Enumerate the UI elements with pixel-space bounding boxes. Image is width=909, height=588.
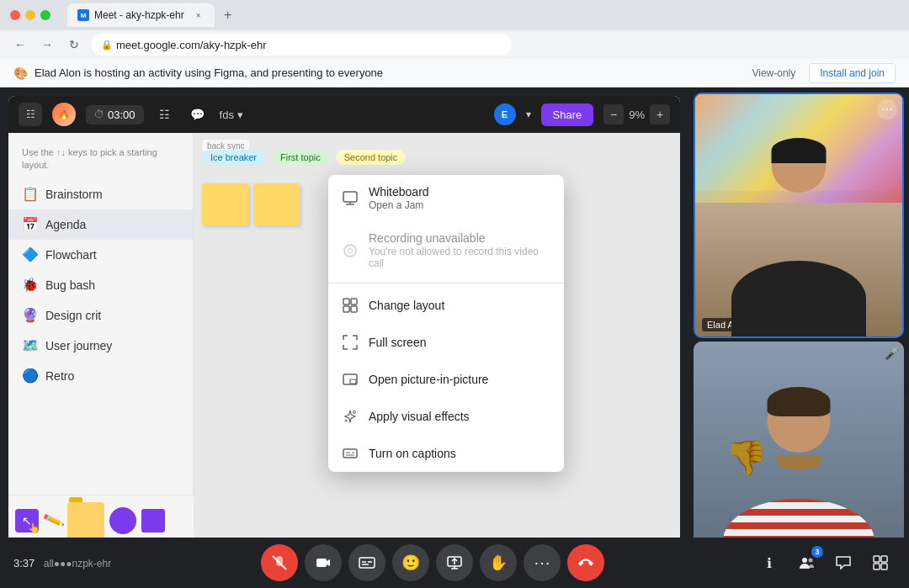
minimize-window-btn[interactable] — [25, 10, 35, 20]
retro-label: Retro — [45, 369, 74, 383]
zoom-in-button[interactable]: + — [650, 104, 670, 124]
dropdown-item-pip[interactable]: Open picture-in-picture — [328, 361, 564, 398]
dropdown-divider — [328, 283, 564, 283]
sidebar-item-agenda[interactable]: 📅 Agenda — [8, 209, 193, 240]
dropdown-item-captions[interactable]: Turn on captions — [328, 435, 564, 472]
video-sidebar: Elad Alon ··· 👎 Fra — [688, 87, 909, 588]
url-text: meet.google.com/aky-hzpk-ehr — [116, 39, 266, 51]
svg-point-27 — [802, 558, 807, 563]
active-tab[interactable]: M Meet - aky-hzpk-ehr × — [67, 3, 215, 27]
lock-icon: 🔒 — [101, 40, 113, 50]
time-display: 3:37 — [13, 557, 35, 569]
chevron-down-icon: ▾ — [237, 109, 243, 121]
frames-view-icon[interactable]: ☷ — [154, 104, 175, 124]
cursor-tool-btn[interactable]: ↖ 👆 — [15, 509, 39, 532]
tab-bar: M Meet - aky-hzpk-ehr × + — [67, 3, 238, 27]
pen-tool-icon[interactable]: ✏️ — [41, 509, 65, 532]
icebreaker-chip: Ice breaker — [202, 150, 265, 165]
sidebar-item-brainstorm[interactable]: 📋 Brainstorm — [8, 179, 193, 209]
thumbsdown-emoji: 👎 — [726, 438, 768, 478]
forward-button[interactable]: → — [37, 34, 57, 55]
recording-label: Recording unavailable — [369, 231, 550, 245]
present-button[interactable] — [436, 544, 473, 581]
svg-rect-7 — [343, 306, 349, 312]
whiteboard-sublabel: Open a Jam — [369, 199, 429, 211]
tab-title: Meet - aky-hzpk-ehr — [94, 9, 184, 21]
figma-filename[interactable]: fds ▾ — [220, 109, 243, 121]
traffic-lights — [10, 10, 50, 20]
back-button[interactable]: ← — [10, 34, 30, 55]
more-options-button[interactable]: ⋯ — [524, 544, 561, 581]
circle-shape — [109, 507, 136, 534]
agenda-icon: 📅 — [22, 216, 39, 233]
browser-titlebar: M Meet - aky-hzpk-ehr × + — [0, 0, 909, 30]
svg-rect-18 — [316, 559, 327, 567]
emoji-button[interactable]: 🙂 — [392, 544, 429, 581]
refresh-button[interactable]: ↻ — [64, 34, 84, 55]
fullscreen-label: Full screen — [369, 336, 426, 349]
chat-button[interactable] — [828, 548, 858, 578]
pip-icon — [342, 371, 359, 388]
elad-more-button[interactable]: ··· — [877, 99, 897, 119]
zoom-out-button[interactable]: − — [603, 104, 624, 124]
meet-bottom-bar: 3:37 all●●●nzpk-ehr — [0, 538, 909, 588]
tab-close-icon[interactable]: × — [193, 9, 205, 21]
dropdown-item-changelayout[interactable]: Change layout — [328, 287, 564, 324]
camera-button[interactable] — [305, 544, 342, 581]
share-button[interactable]: Share — [541, 103, 594, 126]
meet-main: ☷ 🔥 ⏱ 03:00 ☷ 💬 fds ▾ E ▾ Share − 9% — [0, 87, 909, 588]
dropdown-item-recording: Recording unavailable You're not allowed… — [328, 221, 564, 279]
avatar-icon: 🔥 — [58, 109, 70, 120]
tab-favicon: M — [77, 9, 89, 21]
svg-rect-30 — [881, 556, 887, 562]
close-window-btn[interactable] — [10, 10, 20, 20]
panel-hint: Use the ↑↓ keys to pick a starting layou… — [8, 140, 193, 179]
sticky-note-2 — [253, 183, 300, 225]
hand-cursor-icon: 👆 — [28, 522, 40, 534]
info-button[interactable]: ℹ — [754, 548, 784, 578]
chat-icon[interactable]: 💬 — [185, 104, 210, 124]
captions-button[interactable] — [348, 544, 385, 581]
timer-value: 03:00 — [108, 109, 136, 121]
end-call-button[interactable] — [567, 544, 604, 581]
captions-label: Turn on captions — [369, 447, 456, 460]
address-bar[interactable]: 🔒 meet.google.com/aky-hzpk-ehr — [91, 34, 512, 56]
raise-hand-button[interactable]: ✋ — [480, 544, 517, 581]
install-join-button[interactable]: Install and join — [809, 63, 896, 83]
zoom-controls: − 9% + — [603, 104, 670, 124]
browser-chrome: M Meet - aky-hzpk-ehr × + ← → ↻ 🔒 meet.g… — [0, 0, 909, 59]
dropdown-item-visualeffects[interactable]: Apply visual effects — [328, 398, 564, 435]
current-user-avatar: E — [494, 103, 516, 125]
meeting-time: 3:37 all●●●nzpk-ehr — [13, 555, 111, 570]
sidebar-item-designcrit[interactable]: 🔮 Design crit — [8, 300, 193, 331]
figma-timer: ⏱ 03:00 — [86, 105, 144, 124]
dropdown-item-whiteboard[interactable]: Whiteboard Open a Jam — [328, 175, 564, 221]
figma-menu-button[interactable]: ☷ — [19, 103, 42, 126]
svg-point-11 — [354, 411, 356, 414]
bottom-right-controls: ℹ 3 — [754, 548, 896, 578]
participants-button[interactable]: 3 — [791, 548, 821, 578]
video-tile-elad: Elad Alon ··· — [694, 93, 904, 338]
sidebar-item-userjourney[interactable]: 🗺️ User journey — [8, 331, 193, 361]
sidebar-item-bugbash[interactable]: 🐞 Bug bash — [8, 270, 193, 300]
svg-rect-10 — [350, 379, 356, 384]
maximize-window-btn[interactable] — [40, 10, 50, 20]
sidebar-item-flowchart[interactable]: 🔷 Flowchart — [8, 240, 193, 270]
sidebar-item-retro[interactable]: 🔵 Retro — [8, 361, 193, 391]
flowchart-label: Flowchart — [45, 248, 97, 262]
visualeffects-label: Apply visual effects — [369, 410, 470, 423]
new-tab-button[interactable]: + — [218, 5, 238, 25]
mute-button[interactable] — [261, 544, 298, 581]
userjourney-icon: 🗺️ — [22, 337, 39, 354]
user-chevron-icon[interactable]: ▾ — [526, 109, 531, 120]
brainstorm-label: Brainstorm — [45, 188, 103, 201]
notification-text: Elad Alon is hosting an activity using F… — [35, 66, 745, 79]
dropdown-item-fullscreen[interactable]: Full screen — [328, 324, 564, 361]
svg-point-28 — [809, 559, 813, 563]
figma-canvas-main[interactable]: back sync Ice breaker First topic Second… — [194, 133, 680, 580]
user-initial: E — [502, 109, 508, 119]
svg-rect-13 — [343, 449, 357, 458]
visual-effects-icon — [342, 408, 359, 425]
activities-button[interactable] — [865, 548, 896, 578]
figma-left-panel: Use the ↑↓ keys to pick a starting layou… — [8, 133, 194, 580]
